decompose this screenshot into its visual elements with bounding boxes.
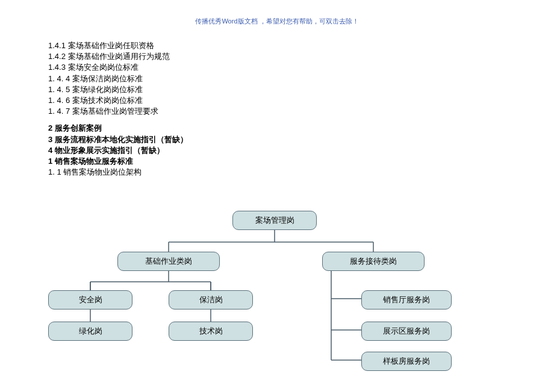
toc-item: 1. 4. 6 案场技术岗岗位标准 — [48, 95, 554, 106]
org-node-disp: 展示区服务岗 — [361, 322, 452, 341]
org-node-serv: 服务接待类岗 — [322, 252, 425, 271]
document-page: 传播优秀Word版文档 ，希望对您有帮助，可双击去除！ 1.4.1 案场基础作业… — [0, 0, 554, 392]
toc-item: 1.4.1 案场基础作业岗任职资格 — [48, 40, 554, 51]
header-note: 传播优秀Word版文档 ，希望对您有帮助，可双击去除！ — [0, 0, 554, 26]
toc-item: 1. 4. 7 案场基础作业岗管理要求 — [48, 106, 554, 117]
org-node-green: 绿化岗 — [48, 322, 132, 341]
org-node-clean: 保洁岗 — [169, 290, 253, 310]
toc-item-bold: 4 物业形象展示实施指引（暂缺） — [48, 145, 554, 156]
org-node-sec: 安全岗 — [48, 290, 132, 310]
table-of-contents: 1.4.1 案场基础作业岗任职资格 1.4.2 案场基础作业岗通用行为规范 1.… — [48, 40, 554, 178]
toc-item: 1.4.3 案场安全岗岗位标准 — [48, 62, 554, 73]
toc-item: 1.4.2 案场基础作业岗通用行为规范 — [48, 51, 554, 62]
toc-item: 1. 1 销售案场物业岗位架构 — [48, 167, 554, 178]
org-node-base: 基础作业类岗 — [117, 252, 220, 271]
org-node-model: 样板房服务岗 — [361, 352, 452, 371]
org-node-root: 案场管理岗 — [232, 211, 317, 230]
toc-item-bold: 1 销售案场物业服务标准 — [48, 156, 554, 167]
toc-item-bold: 3 服务流程标准本地化实施指引（暂缺） — [48, 134, 554, 145]
toc-item: 1. 4. 4 案场保洁岗岗位标准 — [48, 73, 554, 84]
org-chart: 案场管理岗 基础作业类岗 服务接待类岗 安全岗 保洁岗 绿化岗 技术岗 销售厅服… — [0, 205, 554, 385]
org-node-hall: 销售厅服务岗 — [361, 290, 452, 310]
org-node-tech: 技术岗 — [169, 322, 253, 341]
toc-item-bold: 2 服务创新案例 — [48, 123, 554, 134]
toc-item: 1. 4. 5 案场绿化岗岗位标准 — [48, 84, 554, 95]
